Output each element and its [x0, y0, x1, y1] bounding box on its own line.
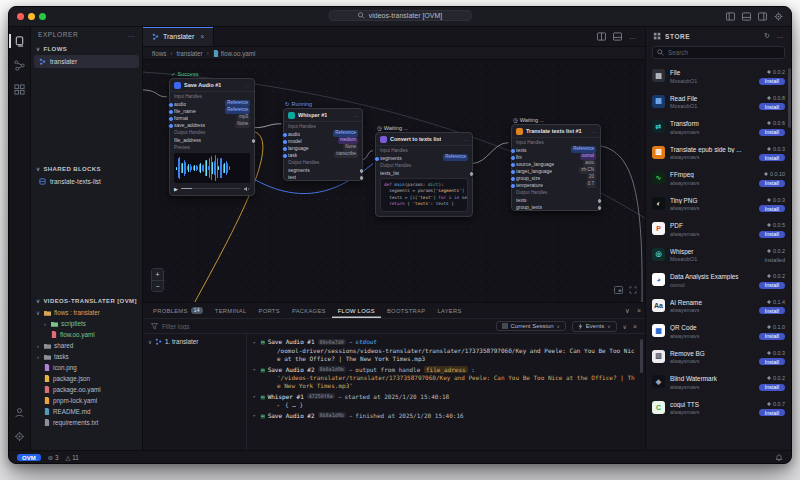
- node-port-segments[interactable]: segmentsReference: [376, 154, 472, 161]
- install-button[interactable]: Install: [759, 180, 785, 187]
- node-port-save-address[interactable]: save_addressNone: [170, 121, 254, 128]
- activity-explorer[interactable]: [9, 34, 30, 48]
- expand-icon[interactable]: ▸: [253, 393, 258, 399]
- project-section-header[interactable]: ∨ VIDEOS-TRANSLATER [OVM]: [31, 294, 142, 307]
- install-button[interactable]: Install: [759, 231, 785, 238]
- node-port-text[interactable]: text: [284, 173, 362, 180]
- collapse-icon[interactable]: ∨: [625, 307, 630, 315]
- ovm-badge[interactable]: OVM: [17, 454, 41, 461]
- log-row-whisper-1[interactable]: ▸ ▤ Whisper #1 47250f8a → started at 202…: [253, 392, 637, 402]
- panel-tab-problems[interactable]: PROBLEMS 14: [147, 303, 209, 318]
- node-port-audio[interactable]: audioReference: [284, 130, 362, 137]
- store-item-data-analysis-examples[interactable]: ◕ Data Analysis Examples oomol 0.0.2 Ins…: [652, 268, 785, 294]
- panel-tab-flow-logs[interactable]: FLOW LOGS: [332, 303, 381, 318]
- node-port-texts[interactable]: textsReference: [512, 146, 600, 153]
- sidebar-item-translater[interactable]: translater: [34, 55, 139, 68]
- audio-player[interactable]: ▶: [170, 183, 254, 195]
- close-button[interactable]: [17, 13, 24, 20]
- file-tree-item-flows-translater[interactable]: ∨ flows : translater: [31, 307, 142, 318]
- store-item-tiny-png[interactable]: ◐ Tiny PNG alwaysmavs 0.0.3 Install: [652, 192, 785, 218]
- log-row-save-audio-1[interactable]: ▸ ▤ Save Audio #1 80e0a7d0 → stdout: [253, 337, 637, 347]
- install-button[interactable]: Install: [759, 154, 785, 161]
- flow-node-translate-texts-list-1[interactable]: ◷Waiting ...Translate texts list #1…Inpu…: [511, 124, 601, 211]
- store-item-coqui-tts[interactable]: C coqui TTS alwaysmavs 0.0.7 Install: [652, 396, 785, 422]
- minimize-button[interactable]: [28, 13, 35, 20]
- close-panel-icon[interactable]: ×: [633, 323, 637, 330]
- scriptlet-code[interactable]: def main(params: dict): segments = param…: [380, 178, 468, 212]
- settings-gear-icon[interactable]: [774, 12, 783, 21]
- scrollbar[interactable]: [640, 339, 643, 373]
- tab-translater[interactable]: Translater ×: [143, 27, 214, 46]
- panel-tab-terminal[interactable]: TERMINAL: [209, 303, 253, 318]
- volume-icon[interactable]: [244, 186, 250, 192]
- node-port-group-texts[interactable]: group_texts: [512, 203, 600, 210]
- install-button[interactable]: Install: [759, 282, 785, 289]
- node-more-icon[interactable]: …: [353, 112, 358, 118]
- install-button[interactable]: Install: [759, 358, 785, 365]
- log-output[interactable]: ▸ ▤ Save Audio #1 80e0a7d0 → stdout/oomo…: [247, 334, 645, 450]
- store-item-ffmpeg[interactable]: ∿ FFmpeg alwaysmavs 0.0.10 Install: [652, 166, 785, 192]
- close-tab-icon[interactable]: ×: [200, 33, 204, 40]
- bell-icon[interactable]: [775, 454, 783, 462]
- warnings-indicator[interactable]: △11: [65, 454, 78, 461]
- zoom-out-button[interactable]: −: [152, 280, 163, 291]
- file-tree-item-pnpm-lock-yaml[interactable]: pnpm-lock.yaml: [31, 395, 142, 406]
- expand-icon[interactable]: ▸: [253, 412, 258, 418]
- zoom-in-button[interactable]: +: [152, 269, 163, 280]
- install-button[interactable]: Install: [759, 333, 785, 340]
- toggle-panel-icon[interactable]: [613, 32, 622, 41]
- store-item-file[interactable]: ▤ File MosaicbO1 0.0.2 Install: [652, 64, 785, 90]
- node-port-temperature[interactable]: temperature0.7: [512, 181, 600, 188]
- store-item-remove-bg[interactable]: ▧ Remove BG alwaysmavs 0.0.3 Install: [652, 345, 785, 371]
- minimap-icon[interactable]: [614, 286, 623, 294]
- collapse-panel-icon[interactable]: ∨: [623, 323, 627, 330]
- breadcrumb-item-flow-oo-yaml[interactable]: flow.oo.yaml: [213, 50, 256, 57]
- store-item-ai-rename[interactable]: Aa AI Rename alwaysmavs 0.1.4 Install: [652, 294, 785, 320]
- sidebar-item-translate-texts-list[interactable]: translate-texts-list: [34, 175, 139, 188]
- session-selector[interactable]: Current Session∨: [496, 321, 566, 331]
- node-header[interactable]: Translate texts list #1…: [512, 125, 600, 138]
- play-icon[interactable]: ▶: [174, 186, 178, 192]
- node-port-source-language[interactable]: source_languageauto: [512, 160, 600, 167]
- install-button[interactable]: Install: [759, 78, 785, 85]
- flow-node-save-audio-1[interactable]: ✓SuccessSave Audio #1…Input Handlesaudio…: [169, 78, 255, 196]
- errors-indicator[interactable]: ⊘3: [48, 454, 59, 461]
- store-search[interactable]: [652, 46, 785, 59]
- node-port-texts[interactable]: texts: [512, 196, 600, 203]
- activity-flows[interactable]: [9, 58, 30, 72]
- progress-track[interactable]: [181, 188, 241, 190]
- log-row-save-audio-2[interactable]: ▸ ▤ Save Audio #2 8b8a1d9b → finished at…: [253, 410, 637, 420]
- file-tree-item-tasks[interactable]: › tasks: [31, 351, 142, 362]
- activity-account[interactable]: [9, 405, 30, 419]
- node-port-file-name[interactable]: file_nameReference: [170, 107, 254, 114]
- node-more-icon[interactable]: …: [591, 128, 596, 134]
- file-tree-item-package-oo-yaml[interactable]: package.oo.yaml: [31, 384, 142, 395]
- sidebar-more-icon[interactable]: …: [127, 31, 135, 38]
- install-button[interactable]: Install: [759, 103, 785, 110]
- layout-panel-icon[interactable]: [742, 12, 751, 21]
- node-header[interactable]: Save Audio #1…: [170, 79, 254, 92]
- breadcrumb-item-flows[interactable]: flows: [152, 50, 166, 57]
- flow-node-whisper-1[interactable]: ↻RunningWhisper #1…Input HandlesaudioRef…: [283, 108, 363, 181]
- node-header[interactable]: Convert to texts list…: [376, 133, 472, 146]
- node-more-icon[interactable]: …: [463, 136, 468, 142]
- expand-icon[interactable]: ▸: [253, 366, 258, 372]
- flows-section-header[interactable]: ∨ FLOWS: [31, 42, 142, 55]
- file-tree-item-flow-oo-yaml[interactable]: flow.oo.yaml: [31, 329, 142, 340]
- fullscreen-icon[interactable]: [629, 286, 637, 294]
- node-port-language[interactable]: languageNone: [284, 144, 362, 151]
- store-item-pdf[interactable]: P PDF alwaysmavs 0.0.5 Install: [652, 217, 785, 243]
- install-button[interactable]: Install: [759, 129, 785, 136]
- maximize-button[interactable]: [39, 13, 46, 20]
- node-port-model[interactable]: modelmedium: [284, 137, 362, 144]
- node-port-group-size[interactable]: group_size20: [512, 174, 600, 181]
- layout-sidebar-icon[interactable]: [726, 12, 735, 21]
- store-item-translate-epub-side-by-[interactable]: ▥ Translate epub side by ... alwaysmavs …: [652, 141, 785, 167]
- layout-sidebar-right-icon[interactable]: [758, 12, 767, 21]
- node-port-task[interactable]: tasktranscribe: [284, 151, 362, 158]
- file-tree-item-package-json[interactable]: package.json: [31, 373, 142, 384]
- refresh-icon[interactable]: ↻: [764, 32, 770, 40]
- log-row-save-audio-2[interactable]: ▸ ▤ Save Audio #2 8b8a1d9b → output from…: [253, 364, 637, 374]
- log-object-line[interactable]: ▸{ … }: [277, 401, 637, 409]
- store-search-input[interactable]: [668, 49, 780, 56]
